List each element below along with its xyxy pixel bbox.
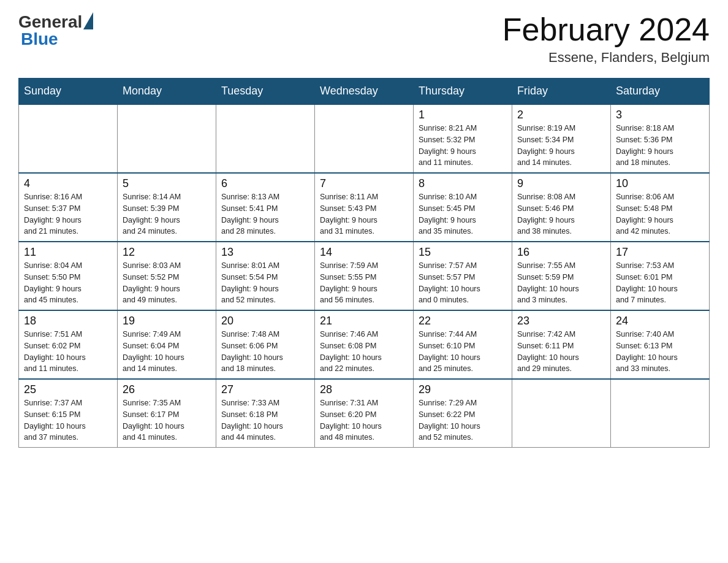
day-number: 23 <box>517 315 605 327</box>
day-info: Sunrise: 8:19 AMSunset: 5:34 PMDaylight:… <box>517 123 605 169</box>
day-info: Sunrise: 7:42 AMSunset: 6:11 PMDaylight:… <box>517 329 605 375</box>
month-title: February 2024 <box>502 12 710 47</box>
day-number: 3 <box>616 109 704 121</box>
calendar-table: SundayMondayTuesdayWednesdayThursdayFrid… <box>18 78 710 448</box>
calendar-cell: 26Sunrise: 7:35 AMSunset: 6:17 PMDayligh… <box>118 379 216 448</box>
day-number: 11 <box>24 246 112 259</box>
day-info: Sunrise: 7:53 AMSunset: 6:01 PMDaylight:… <box>616 260 704 306</box>
day-number: 26 <box>123 383 211 396</box>
day-number: 14 <box>320 246 408 259</box>
calendar-cell: 14Sunrise: 7:59 AMSunset: 5:55 PMDayligh… <box>315 242 414 310</box>
day-info: Sunrise: 8:04 AMSunset: 5:50 PMDaylight:… <box>24 260 112 306</box>
calendar-cell: 1Sunrise: 8:21 AMSunset: 5:32 PMDaylight… <box>414 104 512 173</box>
day-number: 19 <box>123 315 211 327</box>
calendar-cell: 18Sunrise: 7:51 AMSunset: 6:02 PMDayligh… <box>19 310 118 379</box>
day-number: 5 <box>123 177 211 190</box>
calendar-cell <box>611 379 710 448</box>
day-info: Sunrise: 8:11 AMSunset: 5:43 PMDaylight:… <box>320 191 408 237</box>
day-info: Sunrise: 7:35 AMSunset: 6:17 PMDaylight:… <box>123 397 211 443</box>
location-subtitle: Essene, Flanders, Belgium <box>502 50 710 66</box>
day-info: Sunrise: 8:10 AMSunset: 5:45 PMDaylight:… <box>419 191 507 237</box>
week-row-3: 11Sunrise: 8:04 AMSunset: 5:50 PMDayligh… <box>19 242 710 310</box>
day-number: 6 <box>221 177 309 190</box>
day-info: Sunrise: 7:37 AMSunset: 6:15 PMDaylight:… <box>24 397 112 443</box>
day-info: Sunrise: 7:40 AMSunset: 6:13 PMDaylight:… <box>616 329 704 375</box>
day-number: 2 <box>517 109 605 121</box>
calendar-cell: 29Sunrise: 7:29 AMSunset: 6:22 PMDayligh… <box>414 379 512 448</box>
day-info: Sunrise: 8:03 AMSunset: 5:52 PMDaylight:… <box>123 260 211 306</box>
day-number: 7 <box>320 177 408 190</box>
calendar-cell: 22Sunrise: 7:44 AMSunset: 6:10 PMDayligh… <box>414 310 512 379</box>
calendar-cell: 7Sunrise: 8:11 AMSunset: 5:43 PMDaylight… <box>315 173 414 242</box>
calendar-cell: 2Sunrise: 8:19 AMSunset: 5:34 PMDaylight… <box>512 104 611 173</box>
day-number: 28 <box>320 383 408 396</box>
day-info: Sunrise: 7:44 AMSunset: 6:10 PMDaylight:… <box>419 329 507 375</box>
day-info: Sunrise: 8:06 AMSunset: 5:48 PMDaylight:… <box>616 191 704 237</box>
day-number: 22 <box>419 315 507 327</box>
day-number: 4 <box>24 177 112 190</box>
day-info: Sunrise: 7:29 AMSunset: 6:22 PMDaylight:… <box>419 397 507 443</box>
calendar-cell: 16Sunrise: 7:55 AMSunset: 5:59 PMDayligh… <box>512 242 611 310</box>
day-info: Sunrise: 7:49 AMSunset: 6:04 PMDaylight:… <box>123 329 211 375</box>
day-number: 15 <box>419 246 507 259</box>
day-header-tuesday: Tuesday <box>216 79 315 105</box>
calendar-header-row: SundayMondayTuesdayWednesdayThursdayFrid… <box>19 79 710 105</box>
calendar-cell: 4Sunrise: 8:16 AMSunset: 5:37 PMDaylight… <box>19 173 118 242</box>
day-number: 29 <box>419 383 507 396</box>
day-info: Sunrise: 7:31 AMSunset: 6:20 PMDaylight:… <box>320 397 408 443</box>
week-row-1: 1Sunrise: 8:21 AMSunset: 5:32 PMDaylight… <box>19 104 710 173</box>
day-number: 24 <box>616 315 704 327</box>
day-number: 25 <box>24 383 112 396</box>
day-number: 17 <box>616 246 704 259</box>
calendar-cell: 13Sunrise: 8:01 AMSunset: 5:54 PMDayligh… <box>216 242 315 310</box>
day-number: 16 <box>517 246 605 259</box>
calendar-cell: 3Sunrise: 8:18 AMSunset: 5:36 PMDaylight… <box>611 104 710 173</box>
day-info: Sunrise: 8:13 AMSunset: 5:41 PMDaylight:… <box>221 191 309 237</box>
day-info: Sunrise: 7:33 AMSunset: 6:18 PMDaylight:… <box>221 397 309 443</box>
day-number: 9 <box>517 177 605 190</box>
calendar-cell: 27Sunrise: 7:33 AMSunset: 6:18 PMDayligh… <box>216 379 315 448</box>
calendar-cell: 21Sunrise: 7:46 AMSunset: 6:08 PMDayligh… <box>315 310 414 379</box>
calendar-cell <box>216 104 315 173</box>
day-info: Sunrise: 8:08 AMSunset: 5:46 PMDaylight:… <box>517 191 605 237</box>
calendar-cell: 23Sunrise: 7:42 AMSunset: 6:11 PMDayligh… <box>512 310 611 379</box>
day-number: 10 <box>616 177 704 190</box>
day-number: 13 <box>221 246 309 259</box>
calendar-cell: 9Sunrise: 8:08 AMSunset: 5:46 PMDaylight… <box>512 173 611 242</box>
calendar-cell: 17Sunrise: 7:53 AMSunset: 6:01 PMDayligh… <box>611 242 710 310</box>
week-row-2: 4Sunrise: 8:16 AMSunset: 5:37 PMDaylight… <box>19 173 710 242</box>
title-section: February 2024 Essene, Flanders, Belgium <box>502 12 710 66</box>
day-info: Sunrise: 7:51 AMSunset: 6:02 PMDaylight:… <box>24 329 112 375</box>
day-number: 18 <box>24 315 112 327</box>
day-info: Sunrise: 8:14 AMSunset: 5:39 PMDaylight:… <box>123 191 211 237</box>
calendar-cell <box>118 104 216 173</box>
day-number: 27 <box>221 383 309 396</box>
calendar-cell: 20Sunrise: 7:48 AMSunset: 6:06 PMDayligh… <box>216 310 315 379</box>
calendar-cell: 19Sunrise: 7:49 AMSunset: 6:04 PMDayligh… <box>118 310 216 379</box>
day-info: Sunrise: 8:18 AMSunset: 5:36 PMDaylight:… <box>616 123 704 169</box>
week-row-5: 25Sunrise: 7:37 AMSunset: 6:15 PMDayligh… <box>19 379 710 448</box>
calendar-cell <box>512 379 611 448</box>
day-info: Sunrise: 8:16 AMSunset: 5:37 PMDaylight:… <box>24 191 112 237</box>
calendar-cell: 10Sunrise: 8:06 AMSunset: 5:48 PMDayligh… <box>611 173 710 242</box>
page-header: General Blue February 2024 Essene, Fland… <box>18 12 710 66</box>
day-header-thursday: Thursday <box>414 79 512 105</box>
day-header-saturday: Saturday <box>611 79 710 105</box>
calendar-cell <box>315 104 414 173</box>
day-info: Sunrise: 8:01 AMSunset: 5:54 PMDaylight:… <box>221 260 309 306</box>
day-info: Sunrise: 7:59 AMSunset: 5:55 PMDaylight:… <box>320 260 408 306</box>
day-info: Sunrise: 7:48 AMSunset: 6:06 PMDaylight:… <box>221 329 309 375</box>
calendar-cell: 15Sunrise: 7:57 AMSunset: 5:57 PMDayligh… <box>414 242 512 310</box>
day-header-sunday: Sunday <box>19 79 118 105</box>
calendar-cell: 5Sunrise: 8:14 AMSunset: 5:39 PMDaylight… <box>118 173 216 242</box>
calendar-cell: 24Sunrise: 7:40 AMSunset: 6:13 PMDayligh… <box>611 310 710 379</box>
calendar-cell: 28Sunrise: 7:31 AMSunset: 6:20 PMDayligh… <box>315 379 414 448</box>
day-header-friday: Friday <box>512 79 611 105</box>
calendar-cell <box>19 104 118 173</box>
day-info: Sunrise: 7:55 AMSunset: 5:59 PMDaylight:… <box>517 260 605 306</box>
day-number: 12 <box>123 246 211 259</box>
logo: General Blue <box>18 12 93 49</box>
day-info: Sunrise: 7:46 AMSunset: 6:08 PMDaylight:… <box>320 329 408 375</box>
calendar-cell: 12Sunrise: 8:03 AMSunset: 5:52 PMDayligh… <box>118 242 216 310</box>
calendar-cell: 11Sunrise: 8:04 AMSunset: 5:50 PMDayligh… <box>19 242 118 310</box>
